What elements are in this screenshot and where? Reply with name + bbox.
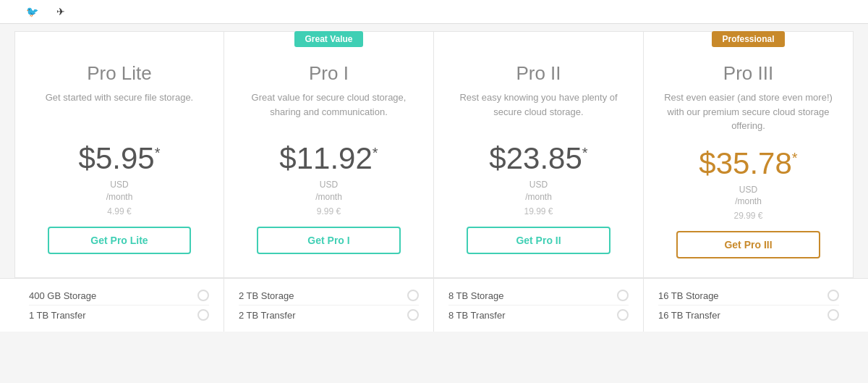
feature-col-pro-i: 2 TB Storage2 TB Transfer — [224, 279, 434, 332]
feature-label: 8 TB Storage — [448, 290, 503, 301]
feature-item: 1 TB Transfer — [29, 306, 209, 324]
plan-desc-pro-iii: Rest even easier (and store even more!) … — [658, 91, 838, 133]
badge-row-pro-ii — [434, 32, 643, 55]
plan-content-pro-lite: Pro LiteGet started with secure file sto… — [15, 55, 224, 273]
badge-row-pro-i: Great Value — [224, 32, 433, 55]
price-asterisk: * — [582, 145, 588, 161]
feature-check-icon — [617, 290, 629, 301]
feature-item: 16 TB Storage — [658, 286, 839, 306]
plan-eur-pro-iii: 29.99 € — [658, 211, 838, 221]
plan-desc-pro-lite: Get started with secure file storage. — [30, 91, 209, 128]
feature-label: 2 TB Storage — [239, 290, 294, 301]
plan-name-pro-iii: Pro III — [658, 62, 838, 85]
plan-price-pro-lite: $5.95* — [30, 141, 209, 176]
plan-price-pro-i: $11.92* — [239, 141, 419, 176]
plan-name-pro-lite: Pro Lite — [30, 62, 209, 85]
badge-row-pro-iii: Professional — [644, 32, 853, 55]
feature-label: 2 TB Transfer — [239, 310, 296, 321]
plan-btn-pro-lite[interactable]: Get Pro Lite — [48, 227, 191, 254]
plan-btn-pro-ii[interactable]: Get Pro II — [467, 227, 610, 254]
plan-card-pro-i: Great ValuePro IGreat value for secure c… — [224, 31, 434, 278]
plan-desc-pro-ii: Rest easy knowing you have plenty of sec… — [448, 91, 629, 128]
plan-card-pro-ii: Pro IIRest easy knowing you have plenty … — [434, 31, 644, 278]
plan-currency-pro-ii: USD/month — [448, 179, 629, 203]
twitter-social — [26, 6, 42, 17]
plan-currency-pro-i: USD/month — [239, 179, 419, 203]
feature-item: 2 TB Storage — [239, 286, 419, 306]
feature-label: 400 GB Storage — [29, 290, 96, 301]
badge-row-pro-lite — [15, 32, 224, 55]
feature-item: 2 TB Transfer — [239, 306, 419, 324]
telegram-social — [56, 6, 69, 17]
plan-content-pro-iii: Pro IIIRest even easier (and store even … — [644, 55, 853, 277]
feature-item: 400 GB Storage — [29, 286, 209, 306]
plan-card-pro-lite: Pro LiteGet started with secure file sto… — [14, 31, 224, 278]
feature-item: 8 TB Storage — [448, 286, 629, 306]
feature-check-icon — [407, 290, 419, 301]
feature-label: 8 TB Transfer — [448, 310, 506, 321]
feature-label: 1 TB Transfer — [29, 310, 86, 321]
feature-item: 8 TB Transfer — [448, 306, 629, 324]
price-asterisk: * — [155, 145, 161, 161]
feature-col-pro-lite: 400 GB Storage1 TB Transfer — [14, 279, 224, 332]
plan-btn-pro-iii[interactable]: Get Pro III — [676, 231, 820, 258]
plan-name-pro-ii: Pro II — [448, 62, 629, 85]
feature-label: 16 TB Storage — [658, 290, 719, 301]
plan-card-pro-iii: ProfessionalPro IIIRest even easier (and… — [644, 31, 854, 278]
features-section: 400 GB Storage1 TB Transfer2 TB Storage2… — [0, 278, 868, 332]
feature-check-icon — [407, 309, 419, 321]
twitter-icon — [26, 6, 38, 17]
plan-price-pro-ii: $23.85* — [448, 141, 629, 176]
plan-desc-pro-i: Great value for secure cloud storage, sh… — [239, 91, 419, 128]
feature-item: 16 TB Transfer — [658, 306, 839, 324]
plan-btn-pro-i[interactable]: Get Pro I — [257, 227, 401, 254]
plan-eur-pro-i: 9.99 € — [239, 206, 419, 216]
pricing-section: Pro LiteGet started with secure file sto… — [0, 24, 868, 278]
plan-currency-pro-lite: USD/month — [30, 179, 209, 203]
feature-check-icon — [197, 309, 209, 321]
plan-name-pro-i: Pro I — [239, 62, 419, 85]
feature-col-pro-ii: 8 TB Storage8 TB Transfer — [434, 279, 644, 332]
plan-content-pro-i: Pro IGreat value for secure cloud storag… — [224, 55, 433, 273]
badge-pro-i: Great Value — [294, 31, 362, 47]
plan-content-pro-ii: Pro IIRest easy knowing you have plenty … — [434, 55, 643, 273]
feature-label: 16 TB Transfer — [658, 310, 720, 321]
feature-check-icon — [827, 309, 839, 321]
feature-check-icon — [827, 290, 839, 301]
plan-price-pro-iii: $35.78* — [658, 146, 838, 181]
price-asterisk: * — [373, 145, 378, 161]
feature-col-pro-iii: 16 TB Storage16 TB Transfer — [644, 279, 854, 332]
telegram-icon — [56, 6, 65, 17]
plan-eur-pro-lite: 4.99 € — [30, 206, 209, 216]
plan-currency-pro-iii: USD/month — [658, 184, 838, 209]
top-bar — [0, 0, 868, 24]
feature-check-icon — [197, 290, 209, 301]
feature-check-icon — [617, 309, 629, 321]
price-asterisk: * — [792, 150, 798, 166]
badge-pro-iii: Professional — [712, 31, 784, 47]
plan-eur-pro-ii: 19.99 € — [448, 206, 629, 216]
